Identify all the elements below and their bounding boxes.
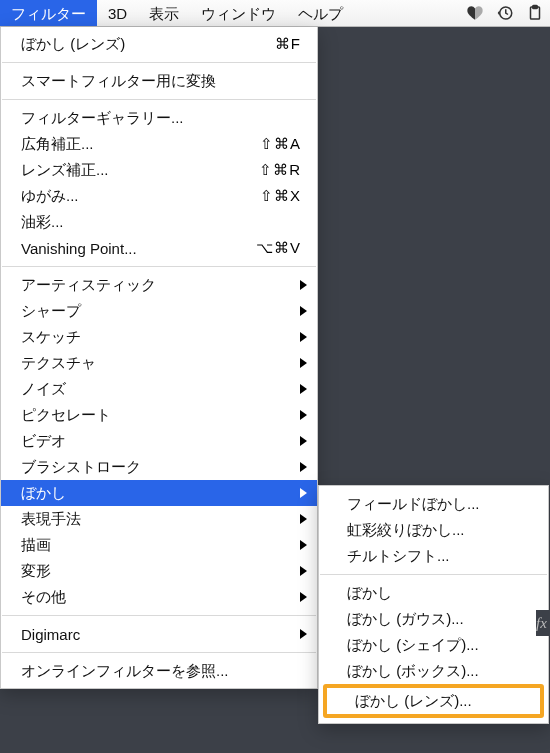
menu-item-label: スケッチ — [21, 328, 301, 347]
menu-item[interactable]: 描画 — [1, 532, 317, 558]
submenu-arrow-icon — [300, 540, 307, 550]
menubar-label: 3D — [108, 5, 127, 22]
menubar: フィルター 3D 表示 ウィンドウ ヘルプ — [0, 0, 550, 27]
heart-split-icon[interactable] — [466, 4, 484, 22]
menu-item-label: ブラシストローク — [21, 458, 301, 477]
menu-item[interactable]: 油彩... — [1, 209, 317, 235]
menu-item[interactable]: スケッチ — [1, 324, 317, 350]
submenu-arrow-icon — [300, 488, 307, 498]
fx-badge: fx — [536, 610, 550, 636]
menu-item[interactable]: フィルターギャラリー... — [1, 105, 317, 131]
submenu-item[interactable]: ぼかし (ガウス)... — [319, 606, 548, 632]
menubar-item-3d[interactable]: 3D — [97, 0, 138, 26]
menu-item[interactable]: ぼかし (レンズ)⌘F — [1, 31, 317, 57]
submenu-item[interactable]: ぼかし (ボックス)... — [319, 658, 548, 684]
menu-item[interactable]: その他 — [1, 584, 317, 610]
submenu-item[interactable]: ぼかし — [319, 580, 548, 606]
menu-item-shortcut: ⌥⌘V — [241, 239, 301, 257]
menu-item[interactable]: アーティスティック — [1, 272, 317, 298]
menu-item[interactable]: ビデオ — [1, 428, 317, 454]
menu-item-label: ゆがみ... — [21, 187, 241, 206]
menu-item[interactable]: スマートフィルター用に変換 — [1, 68, 317, 94]
menu-item[interactable]: 変形 — [1, 558, 317, 584]
menu-item-label: フィルターギャラリー... — [21, 109, 301, 128]
menu-item-shortcut: ⇧⌘R — [241, 161, 301, 179]
menu-item[interactable]: 広角補正...⇧⌘A — [1, 131, 317, 157]
submenu-arrow-icon — [300, 280, 307, 290]
menu-separator — [2, 62, 316, 63]
menu-item-shortcut: ⌘F — [241, 35, 301, 53]
menu-item-label: Vanishing Point... — [21, 240, 241, 257]
submenu-arrow-icon — [300, 566, 307, 576]
menu-item-label: アーティスティック — [21, 276, 301, 295]
menu-separator — [2, 615, 316, 616]
menubar-status-icons — [466, 0, 550, 26]
filter-menu-dropdown[interactable]: ぼかし (レンズ)⌘Fスマートフィルター用に変換フィルターギャラリー...広角補… — [0, 27, 318, 689]
submenu-item[interactable]: フィールドぼかし... — [319, 491, 548, 517]
menubar-item-view[interactable]: 表示 — [138, 0, 190, 26]
menubar-item-window[interactable]: ウィンドウ — [190, 0, 287, 26]
menu-item-label: 変形 — [21, 562, 301, 581]
menu-item-label: シャープ — [21, 302, 301, 321]
menu-separator — [2, 266, 316, 267]
menu-item-shortcut: ⇧⌘X — [241, 187, 301, 205]
menubar-label: 表示 — [149, 5, 179, 22]
menu-item[interactable]: ノイズ — [1, 376, 317, 402]
submenu-arrow-icon — [300, 436, 307, 446]
menu-item[interactable]: シャープ — [1, 298, 317, 324]
menu-item-label: Digimarc — [21, 626, 301, 643]
menu-item-label: 広角補正... — [21, 135, 241, 154]
menubar-label: ヘルプ — [298, 5, 343, 22]
submenu-item[interactable]: ぼかし (レンズ)... — [327, 688, 540, 714]
menubar-item-help[interactable]: ヘルプ — [287, 0, 354, 26]
submenu-item[interactable]: 虹彩絞りぼかし... — [319, 517, 548, 543]
submenu-arrow-icon — [300, 592, 307, 602]
submenu-item[interactable]: ぼかし (シェイプ)... — [319, 632, 548, 658]
submenu-arrow-icon — [300, 332, 307, 342]
menu-item-label: スマートフィルター用に変換 — [21, 72, 301, 91]
submenu-arrow-icon — [300, 384, 307, 394]
menu-item-label: 描画 — [21, 536, 301, 555]
menu-item-label: オンラインフィルターを参照... — [21, 662, 301, 681]
menubar-label: ウィンドウ — [201, 5, 276, 22]
menu-item-label: ぼかし — [21, 484, 301, 503]
menu-item-label: ビデオ — [21, 432, 301, 451]
submenu-item[interactable]: チルトシフト... — [319, 543, 548, 569]
menu-item-label: ぼかし (レンズ) — [21, 35, 241, 54]
menu-item[interactable]: レンズ補正...⇧⌘R — [1, 157, 317, 183]
submenu-arrow-icon — [300, 514, 307, 524]
history-icon[interactable] — [496, 4, 514, 22]
menu-item[interactable]: テクスチャ — [1, 350, 317, 376]
menu-item[interactable]: Digimarc — [1, 621, 317, 647]
menu-item-label: その他 — [21, 588, 301, 607]
menubar-label: フィルター — [11, 5, 86, 22]
menu-separator — [320, 574, 547, 575]
blur-submenu[interactable]: フィールドぼかし...虹彩絞りぼかし...チルトシフト...ぼかしぼかし (ガウ… — [318, 485, 549, 724]
menu-item[interactable]: ピクセレート — [1, 402, 317, 428]
submenu-arrow-icon — [300, 410, 307, 420]
menu-item-label: 油彩... — [21, 213, 301, 232]
clipboard-icon[interactable] — [526, 4, 544, 22]
menu-item[interactable]: オンラインフィルターを参照... — [1, 658, 317, 684]
menu-item-label: ピクセレート — [21, 406, 301, 425]
submenu-arrow-icon — [300, 462, 307, 472]
submenu-arrow-icon — [300, 629, 307, 639]
menu-item[interactable]: ぼかし — [1, 480, 317, 506]
menu-item-label: 表現手法 — [21, 510, 301, 529]
menu-item-label: レンズ補正... — [21, 161, 241, 180]
menu-separator — [2, 99, 316, 100]
submenu-arrow-icon — [300, 306, 307, 316]
menu-item-label: ノイズ — [21, 380, 301, 399]
menubar-item-filter[interactable]: フィルター — [0, 0, 97, 26]
highlighted-menu-item: ぼかし (レンズ)... — [323, 684, 544, 718]
svg-rect-2 — [533, 6, 538, 9]
menu-item[interactable]: ゆがみ...⇧⌘X — [1, 183, 317, 209]
menu-item-label: テクスチャ — [21, 354, 301, 373]
menu-item-shortcut: ⇧⌘A — [241, 135, 301, 153]
submenu-arrow-icon — [300, 358, 307, 368]
menu-item[interactable]: 表現手法 — [1, 506, 317, 532]
menu-item[interactable]: ブラシストローク — [1, 454, 317, 480]
menu-separator — [2, 652, 316, 653]
menu-item[interactable]: Vanishing Point...⌥⌘V — [1, 235, 317, 261]
